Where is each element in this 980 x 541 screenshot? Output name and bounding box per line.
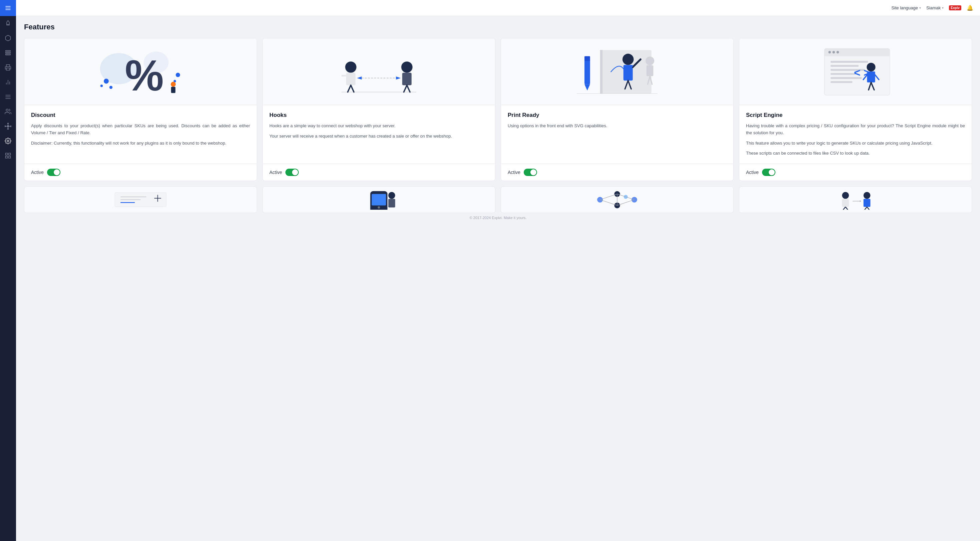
svg-rect-5	[6, 54, 11, 55]
svg-point-32	[345, 61, 356, 73]
bottom-card-4	[739, 186, 972, 213]
print-ready-toggle[interactable]	[524, 169, 537, 176]
discount-title: Discount	[31, 112, 250, 118]
svg-marker-42	[357, 77, 362, 80]
bottom-card-4-inner	[739, 187, 972, 213]
bottom-card-3	[501, 186, 733, 213]
print-ready-illustration	[501, 38, 733, 105]
sidebar-item-lines[interactable]	[0, 89, 16, 104]
svg-rect-105	[864, 199, 870, 207]
svg-line-106	[864, 207, 867, 210]
hooks-footer: Active	[263, 164, 495, 181]
sidebar-item-chart[interactable]	[0, 75, 16, 89]
svg-rect-70	[830, 81, 852, 83]
page-footer: © 2017-2024 Expivi. Make it yours.	[24, 213, 972, 222]
script-engine-card-body: Script Engine Having trouble with a comp…	[739, 105, 972, 164]
user-label: Siamak	[926, 5, 940, 10]
features-grid: % Discount Apply disc	[24, 38, 972, 181]
svg-rect-68	[830, 73, 856, 75]
bottom-cards-row	[24, 186, 972, 213]
script-engine-footer: Active	[739, 164, 972, 181]
menu-button[interactable]	[0, 0, 16, 16]
header: Site language ▾ Siamak ▾ Expiv 🔔	[16, 0, 980, 16]
svg-rect-33	[346, 72, 355, 85]
svg-point-92	[632, 197, 637, 203]
svg-line-95	[600, 194, 617, 200]
hooks-title: Hooks	[269, 112, 488, 118]
sidebar-item-list[interactable]	[0, 45, 16, 60]
user-chevron: ▾	[942, 6, 943, 10]
hooks-description: Hooks are a simple way to connect our we…	[269, 123, 488, 140]
svg-line-40	[407, 85, 410, 92]
page-title: Features	[24, 23, 972, 31]
svg-rect-17	[6, 153, 8, 155]
svg-line-96	[617, 194, 634, 200]
footer-text: © 2017-2024 Expivi. Make it yours.	[469, 216, 527, 220]
site-language-dropdown[interactable]: Site language ▾	[891, 5, 921, 10]
svg-marker-57	[584, 84, 590, 91]
svg-rect-6	[6, 68, 10, 70]
svg-point-16	[7, 140, 9, 142]
svg-point-27	[176, 72, 180, 77]
svg-line-107	[867, 207, 869, 210]
print-ready-description: Using options in the front end with SVG …	[508, 123, 727, 129]
script-engine-toggle[interactable]	[762, 169, 775, 176]
svg-rect-61	[824, 53, 890, 56]
bottom-card-2-inner	[263, 187, 495, 213]
sidebar	[0, 0, 16, 541]
hooks-illustration	[263, 38, 495, 105]
svg-rect-86	[372, 194, 386, 205]
svg-point-25	[110, 86, 113, 89]
svg-line-36	[351, 85, 354, 92]
bottom-card-3-inner	[501, 187, 733, 213]
svg-rect-34	[342, 75, 346, 77]
user-dropdown[interactable]: Siamak ▾	[926, 5, 943, 10]
svg-point-10	[6, 109, 8, 112]
svg-rect-18	[9, 153, 11, 155]
expivi-logo-text: Expiv	[949, 5, 961, 10]
svg-point-90	[597, 197, 603, 203]
sidebar-item-grid[interactable]	[0, 148, 16, 163]
svg-rect-56	[584, 56, 590, 61]
site-language-chevron: ▾	[919, 6, 921, 10]
feature-card-discount: % Discount Apply disc	[24, 38, 257, 181]
svg-point-29	[171, 81, 176, 86]
svg-line-35	[348, 85, 351, 92]
script-engine-illustration: < >	[739, 38, 972, 105]
notification-bell[interactable]: 🔔	[967, 5, 973, 11]
sidebar-item-settings[interactable]	[0, 134, 16, 148]
svg-marker-43	[396, 77, 401, 80]
svg-rect-45	[600, 50, 603, 94]
svg-line-102	[843, 207, 845, 210]
discount-toggle[interactable]	[47, 169, 60, 176]
svg-rect-4	[6, 53, 11, 53]
sidebar-item-print[interactable]	[0, 60, 16, 75]
feature-card-print-ready: Print Ready Using options in the front e…	[501, 38, 733, 181]
print-ready-footer: Active	[501, 164, 733, 181]
svg-point-26	[100, 85, 103, 87]
feature-card-script-engine: < > Script Engine Having trouble with a …	[739, 38, 972, 181]
svg-point-46	[622, 53, 634, 65]
svg-rect-52	[646, 65, 654, 76]
sidebar-item-users[interactable]	[0, 104, 16, 119]
sidebar-item-tree[interactable]	[0, 119, 16, 134]
sidebar-item-box[interactable]	[0, 31, 16, 45]
svg-point-87	[378, 206, 380, 209]
sidebar-item-rocket[interactable]	[0, 16, 16, 31]
svg-line-39	[404, 85, 407, 92]
svg-line-103	[845, 207, 848, 210]
hooks-active-label: Active	[269, 170, 282, 175]
hooks-toggle[interactable]	[285, 169, 299, 176]
svg-marker-109	[860, 200, 861, 202]
svg-rect-19	[6, 156, 8, 158]
bottom-card-2	[262, 186, 495, 213]
discount-illustration: %	[24, 38, 257, 105]
content-area: Features %	[16, 16, 980, 541]
print-ready-active-label: Active	[508, 170, 520, 175]
script-engine-active-label: Active	[746, 170, 759, 175]
print-ready-title: Print Ready	[508, 112, 727, 118]
svg-rect-89	[388, 199, 395, 208]
svg-rect-73	[867, 72, 875, 83]
script-engine-title: Script Engine	[746, 112, 965, 118]
svg-point-88	[388, 192, 395, 199]
